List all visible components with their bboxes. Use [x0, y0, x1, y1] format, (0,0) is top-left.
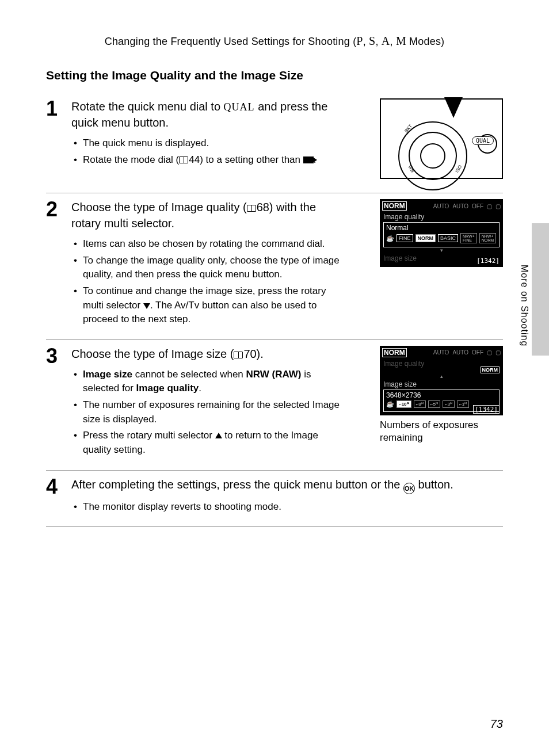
- opt-8m: ⌐8ᴹ: [414, 400, 426, 408]
- mode-a: A: [382, 35, 390, 47]
- step-title: Rotate the quick menu dial to QUAL and p…: [71, 98, 348, 131]
- lcd-figure-quality: NORM AUTO AUTO OFF ▢▢ Image quality Norm…: [380, 199, 503, 267]
- lcd-figure-size: NORM AUTO AUTO OFF ▢▢ Image quality NORM…: [380, 346, 503, 444]
- mode-p: P: [356, 35, 363, 47]
- t: 70).: [243, 348, 263, 360]
- bullet-list: Items can also be chosen by rotating the…: [71, 237, 342, 327]
- step-number: 3: [46, 346, 71, 460]
- opt-5m: ⌐5ᴹ: [428, 400, 440, 408]
- mode-s: S: [369, 35, 375, 47]
- opt-basic: BASIC: [438, 234, 458, 242]
- lcd-exposure-count: [1342]: [476, 257, 500, 265]
- lcd-options: ☕ FINE NORM BASIC NRW+FINE NRW+NORM: [386, 233, 497, 243]
- lcd-active-value: 3648×2736: [386, 391, 498, 399]
- opt-3m: ⌐3ᴹ: [443, 400, 455, 408]
- header-prefix: Changing the Frequently Used Settings fo…: [105, 36, 357, 47]
- opt-nrw-norm: NRW+NORM: [479, 233, 496, 243]
- opt-1m: ⌐1ᴹ: [457, 400, 469, 408]
- figure-caption: Numbers of exposures remaining: [380, 419, 503, 444]
- list-item: To continue and change the image size, p…: [74, 284, 342, 327]
- t: NRW (RAW): [246, 369, 302, 380]
- section-subheading: Setting the Image Quality and the Image …: [46, 68, 503, 82]
- arrow-down-icon: [444, 97, 463, 118]
- opt-norm: NORM: [415, 234, 436, 242]
- lcd-norm-box: NORM: [481, 366, 500, 373]
- header-suffix: Modes): [406, 36, 444, 47]
- lcd-active-label: Image size: [383, 380, 500, 388]
- opt-nrw-fine: NRW+FINE: [460, 233, 477, 243]
- t: Choose the type of Image quality (: [71, 201, 247, 213]
- opt-fine: FINE: [396, 234, 413, 242]
- bullet-list: The quick menu is displayed. Rotate the …: [71, 136, 342, 167]
- list-item: The monitor display reverts to shooting …: [74, 500, 342, 514]
- t: Choose the type of Image size (: [71, 348, 234, 360]
- list-item: Rotate the mode dial (44) to a setting o…: [74, 153, 342, 167]
- movie-mode-icon: [303, 156, 314, 163]
- bullet-list: The monitor display reverts to shooting …: [71, 500, 342, 514]
- lcd-screen: NORM AUTO AUTO OFF ▢▢ Image quality Norm…: [380, 199, 503, 267]
- list-item: Items can also be chosen by rotating the…: [74, 237, 342, 251]
- book-icon: [234, 352, 243, 358]
- step-number: 4: [46, 476, 71, 517]
- side-tab: [532, 223, 549, 356]
- book-icon: [247, 205, 256, 212]
- step-4: 4 After completing the settings, press t…: [46, 471, 503, 528]
- t: AUTO: [433, 203, 449, 209]
- opt-10m: ⌐10ᴹ: [396, 400, 411, 408]
- bullet-list: Image size cannot be selected when NRW (…: [71, 368, 342, 457]
- t: OFF: [472, 349, 483, 356]
- page-number: 73: [490, 717, 503, 731]
- step-title: Choose the type of Image quality (68) wi…: [71, 199, 348, 231]
- t: AUTO: [452, 349, 468, 356]
- t: Rotate the quick menu dial to: [71, 100, 224, 113]
- t: Image quality: [136, 383, 199, 394]
- t: Image size: [83, 369, 132, 380]
- ok-button-icon: OK: [403, 483, 415, 494]
- t: Press the rotary multi selector: [83, 430, 215, 441]
- step-number: 2: [46, 199, 71, 329]
- t: AUTO: [433, 349, 449, 356]
- qual-text-icon: QUAL: [224, 101, 255, 113]
- step-title: After completing the settings, press the…: [71, 476, 503, 494]
- lcd-active-label: Image quality: [383, 213, 500, 221]
- t: AUTO: [452, 203, 468, 209]
- lcd-norm-badge: NORM: [382, 201, 407, 211]
- list-item: Press the rotary multi selector to retur…: [74, 429, 342, 457]
- step-title: Choose the type of Image size (70).: [71, 346, 348, 362]
- list-item: The quick menu is displayed.: [74, 136, 342, 151]
- qual-dial-label: QUAL: [472, 136, 494, 145]
- t: .: [199, 383, 201, 394]
- list-item: Image size cannot be selected when NRW (…: [74, 368, 342, 396]
- step-2: 2 NORM AUTO AUTO OFF ▢▢ Image quality No…: [46, 193, 503, 340]
- lcd-active-value: Normal: [386, 224, 498, 232]
- side-section-label: More on Shooting: [519, 265, 529, 346]
- t: OFF: [472, 203, 483, 209]
- down-triangle-icon: [143, 303, 150, 309]
- t: button.: [415, 478, 453, 491]
- step-1: 1 QUAL BKT WB ISO Rotate the quick menu …: [46, 93, 503, 193]
- list-item: To change the image quality only, choose…: [74, 254, 342, 282]
- t: 44) to a setting other than: [189, 154, 303, 165]
- lcd-screen: NORM AUTO AUTO OFF ▢▢ Image quality NORM…: [380, 346, 503, 415]
- header-line: Changing the Frequently Used Settings fo…: [46, 35, 503, 48]
- mode-m: M: [396, 35, 406, 47]
- step-number: 1: [46, 98, 71, 182]
- up-triangle-icon: [215, 433, 222, 438]
- book-icon: [179, 156, 188, 163]
- lcd-exposure-count: [1342]: [473, 406, 500, 413]
- list-item: The number of exposures remaining for th…: [74, 398, 342, 426]
- t: Rotate the mode dial (: [83, 154, 179, 165]
- t: After completing the settings, press the…: [71, 478, 403, 491]
- page: Changing the Frequently Used Settings fo…: [0, 0, 549, 756]
- step-3: 3 NORM AUTO AUTO OFF ▢▢ Image quality NO…: [46, 340, 503, 471]
- t: cannot be selected when: [132, 369, 246, 380]
- lcd-norm-badge: NORM: [382, 348, 407, 357]
- dial-illustration: QUAL BKT WB ISO: [380, 98, 503, 179]
